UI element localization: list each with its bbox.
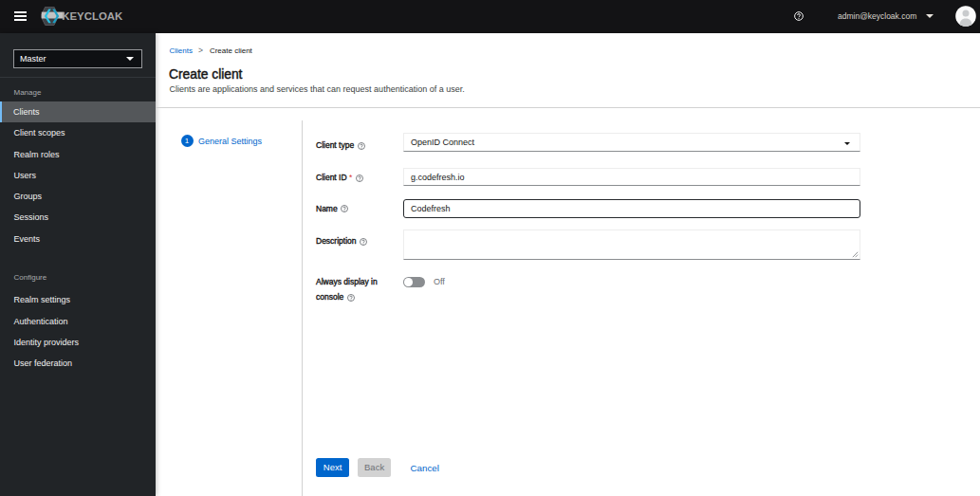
svg-text:KEYCLOAK: KEYCLOAK — [62, 10, 123, 22]
